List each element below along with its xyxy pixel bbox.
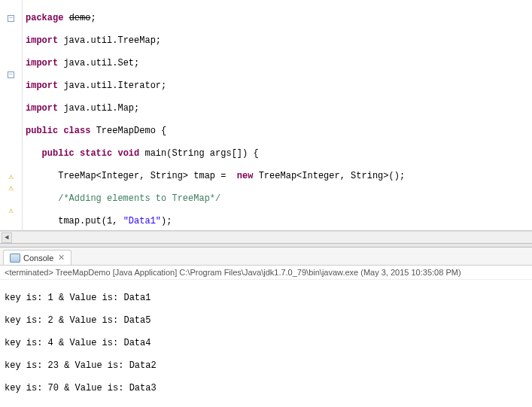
console-line: key is: 4 & Value is: Data4 (5, 338, 527, 349)
close-icon[interactable]: ✕ (58, 253, 65, 263)
console-tabbar: Console ✕ (0, 248, 532, 266)
warning-icon[interactable]: ⚠ (0, 205, 22, 216)
warning-icon[interactable]: ⚠ (0, 182, 22, 193)
fold-icon[interactable]: − (0, 13, 22, 24)
console-icon (10, 254, 20, 263)
console-status: <terminated> TreeMapDemo [Java Applicati… (0, 266, 532, 280)
code-area[interactable]: package demo; import java.util.TreeMap; … (23, 0, 532, 230)
console-output[interactable]: key is: 1 & Value is: Data1 key is: 2 & … (0, 280, 532, 407)
console-line: key is: 2 & Value is: Data5 (5, 315, 527, 327)
console-line: key is: 1 & Value is: Data1 (5, 293, 527, 304)
fold-icon[interactable]: − (0, 69, 22, 80)
horizontal-scrollbar[interactable]: ◄ (0, 231, 532, 243)
console-tab-label: Console (23, 254, 53, 263)
console-line: key is: 23 & Value is: Data2 (5, 360, 527, 372)
editor-gutter: − − ⚠ ⚠ ⚠ (0, 0, 23, 230)
console-tab[interactable]: Console ✕ (3, 250, 71, 265)
code-editor[interactable]: − − ⚠ ⚠ ⚠ package demo; import java.util… (0, 0, 532, 231)
warning-icon[interactable]: ⚠ (0, 171, 22, 182)
scroll-left-icon[interactable]: ◄ (2, 232, 12, 243)
console-line: key is: 70 & Value is: Data3 (5, 383, 527, 394)
